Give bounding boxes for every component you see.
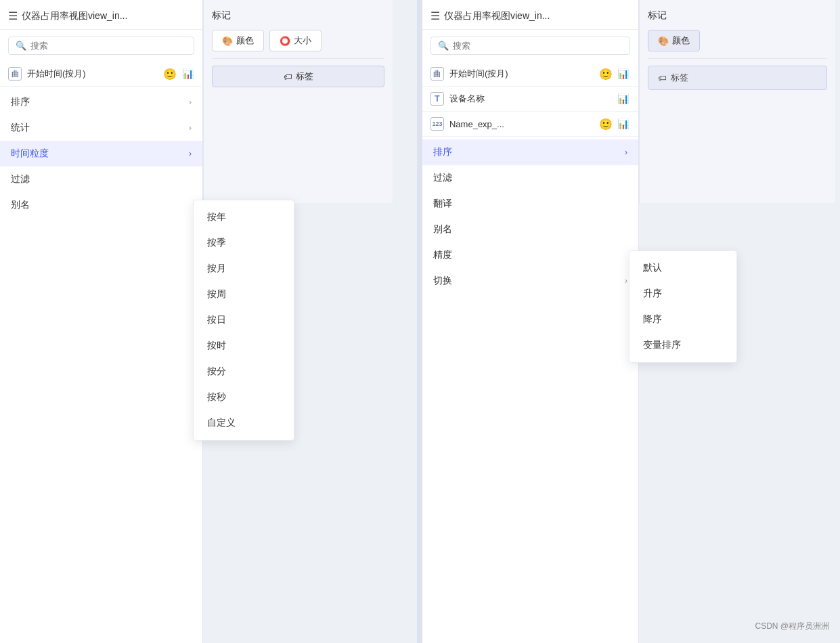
right-marks-color-btn[interactable]: 🎨 颜色	[648, 30, 700, 51]
submenu-day[interactable]: 按日	[194, 307, 294, 333]
left-field-date-name: 开始时间(按月)	[27, 68, 158, 80]
submenu-minute[interactable]: 按分	[194, 359, 294, 384]
right-header-icon: ☰	[430, 9, 440, 22]
right-menu-filter[interactable]: 过滤	[422, 165, 638, 191]
right-field-date-chart-icon[interactable]: 📊	[617, 67, 630, 81]
right-sort-submenu: 默认 升序 降序 变量排序	[629, 250, 737, 363]
right-field-date-name: 开始时间(按月)	[449, 68, 594, 80]
right-menu-translate[interactable]: 翻译	[422, 191, 638, 217]
left-field-row-date: 曲 开始时间(按月) 🙂 📊	[0, 62, 202, 87]
right-field-row-device: T 设备名称 📊	[422, 87, 638, 112]
left-menu-sort-label: 排序	[11, 96, 30, 108]
right-menu-filter-label: 过滤	[433, 172, 452, 184]
left-marks-size-btn[interactable]: ⭕ 大小	[269, 30, 322, 51]
left-field-chart-icon[interactable]: 📊	[181, 67, 194, 81]
right-menu-sort-label: 排序	[433, 146, 452, 158]
right-menu-sort-chevron: ›	[625, 148, 627, 157]
left-field-date-actions: 🙂 📊	[163, 67, 194, 81]
right-menu-switch-chevron: ›	[625, 276, 627, 286]
left-marks-buttons: 🎨 颜色 ⭕ 大小	[212, 30, 384, 51]
csdn-text: CSDN @程序员洲洲	[755, 621, 829, 631]
left-menu-filter-label: 过滤	[11, 173, 30, 185]
right-field-nameexp-chart-icon[interactable]: 📊	[617, 117, 630, 131]
left-menu-granularity-label: 时间粒度	[11, 148, 49, 160]
left-menu-filter[interactable]: 过滤	[0, 167, 202, 192]
left-menu-granularity-chevron: ›	[189, 149, 192, 158]
right-field-device-name: 设备名称	[449, 93, 611, 105]
left-menu-list: 排序 › 统计 › 时间粒度 › 过滤 别名	[0, 89, 202, 218]
right-field-date-person-icon[interactable]: 🙂	[599, 67, 613, 81]
main-layout: ☰ 仪器占用率视图view_in... 🔍 曲 开始时间(按月) 🙂 📊	[0, 0, 840, 643]
right-marks-divider	[648, 58, 827, 59]
right-tag-label: 标签	[671, 72, 688, 84]
left-color-label: 颜色	[236, 35, 254, 47]
sort-asc[interactable]: 升序	[629, 281, 736, 307]
right-marks-panel: 标记 🎨 颜色 🏷 标签	[639, 0, 835, 203]
left-menu-alias[interactable]: 别名	[0, 192, 202, 218]
right-search-icon: 🔍	[438, 41, 449, 51]
sort-variable[interactable]: 变量排序	[629, 332, 736, 358]
left-marks-panel: 标记 🎨 颜色 ⭕ 大小 🏷 标签	[203, 0, 393, 203]
left-panel-title: 仪器占用率视图view_in...	[22, 10, 192, 22]
submenu-quarter[interactable]: 按季	[194, 230, 294, 256]
panel-separator	[417, 0, 422, 643]
right-sidebar: ☰ 仪器占用率视图view_in... 🔍 曲 开始时间(按月) 🙂 📊 T	[422, 0, 639, 643]
left-marks-title: 标记	[212, 9, 384, 22]
right-color-icon: 🎨	[658, 36, 669, 46]
left-search-box[interactable]: 🔍	[8, 37, 194, 55]
left-size-icon: ⭕	[280, 36, 290, 46]
right-field-device-actions: 📊	[617, 92, 630, 106]
right-panel: ☰ 仪器占用率视图view_in... 🔍 曲 开始时间(按月) 🙂 📊 T	[422, 0, 840, 643]
left-panel: ☰ 仪器占用率视图view_in... 🔍 曲 开始时间(按月) 🙂 📊	[0, 0, 417, 643]
left-menu-stat-chevron: ›	[189, 123, 192, 133]
right-menu-alias[interactable]: 别名	[422, 217, 638, 242]
right-field-device-chart-icon[interactable]: 📊	[617, 92, 630, 106]
right-menu-list: 排序 › 过滤 翻译 别名 精度 切换 ›	[422, 139, 638, 294]
left-menu-stat[interactable]: 统计 ›	[0, 115, 202, 141]
left-marks-tag-btn[interactable]: 🏷 标签	[212, 66, 384, 87]
sort-default[interactable]: 默认	[629, 255, 736, 281]
right-marks-buttons: 🎨 颜色	[648, 30, 827, 51]
left-field-calendar-icon: 曲	[8, 67, 22, 81]
left-color-icon: 🎨	[222, 36, 233, 46]
submenu-month[interactable]: 按月	[194, 256, 294, 282]
right-menu-alias-label: 别名	[433, 223, 452, 236]
right-menu-sort[interactable]: 排序 ›	[422, 139, 638, 165]
left-header-icon: ☰	[8, 9, 18, 22]
right-field-nameexp-name: Name_exp_...	[449, 119, 594, 129]
right-menu-switch-label: 切换	[433, 275, 452, 287]
left-menu-granularity[interactable]: 时间粒度 ›	[0, 141, 202, 167]
left-field-person-icon[interactable]: 🙂	[163, 67, 177, 81]
right-panel-header: ☰ 仪器占用率视图view_in...	[422, 0, 638, 30]
left-sidebar: ☰ 仪器占用率视图view_in... 🔍 曲 开始时间(按月) 🙂 📊	[0, 0, 203, 643]
right-field-text-icon: T	[430, 92, 444, 106]
submenu-year[interactable]: 按年	[194, 204, 294, 230]
right-field-nameexp-person-icon[interactable]: 🙂	[599, 117, 613, 131]
right-menu-precision[interactable]: 精度	[422, 242, 638, 268]
left-menu-sort-chevron: ›	[189, 97, 192, 107]
right-field-calendar-icon: 曲	[430, 67, 444, 81]
right-search-input[interactable]	[453, 41, 623, 51]
right-menu-translate-label: 翻译	[433, 198, 452, 210]
left-size-label: 大小	[294, 35, 311, 47]
submenu-custom[interactable]: 自定义	[194, 410, 294, 436]
right-field-date-actions: 🙂 📊	[599, 67, 630, 81]
left-tag-label: 标签	[296, 70, 313, 83]
right-field-number-icon: 123	[430, 117, 444, 131]
sort-desc[interactable]: 降序	[629, 307, 736, 332]
left-tag-icon: 🏷	[284, 72, 292, 82]
left-marks-divider	[212, 58, 384, 59]
right-search-box[interactable]: 🔍	[430, 37, 630, 55]
submenu-second[interactable]: 按秒	[194, 384, 294, 410]
right-field-nameexp-actions: 🙂 📊	[599, 117, 630, 131]
submenu-week[interactable]: 按周	[194, 282, 294, 307]
right-menu-precision-label: 精度	[433, 249, 452, 261]
right-menu-switch[interactable]: 切换 ›	[422, 268, 638, 294]
left-menu-sort[interactable]: 排序 ›	[0, 89, 202, 115]
right-marks-title: 标记	[648, 9, 827, 22]
right-tag-icon: 🏷	[658, 73, 667, 83]
left-marks-color-btn[interactable]: 🎨 颜色	[212, 30, 264, 51]
csdn-footer: CSDN @程序员洲洲	[755, 621, 829, 632]
submenu-hour[interactable]: 按时	[194, 333, 294, 359]
left-search-input[interactable]	[30, 41, 187, 51]
